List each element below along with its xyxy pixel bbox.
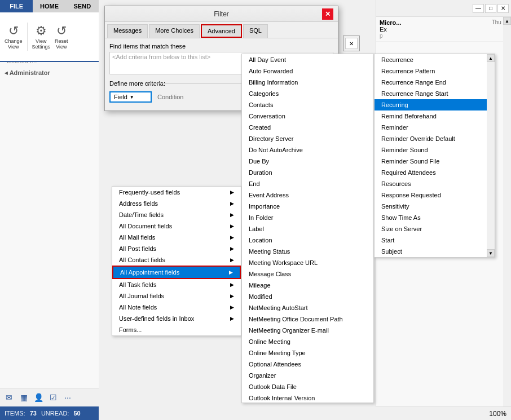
menu-item-reminder[interactable]: Reminder [375, 122, 495, 133]
menu-item-remind-beforehand[interactable]: Remind Beforehand [375, 110, 495, 122]
contacts-icon[interactable]: 👤 [32, 391, 45, 404]
calendar-icon[interactable]: ▦ [17, 391, 30, 404]
field-dropdown-button[interactable]: Field ▼ [109, 91, 152, 103]
view-settings-button[interactable]: ⚙ ViewSettings [32, 24, 51, 50]
menu-item-outlook-internal-version[interactable]: Outlook Internal Version [242, 392, 373, 403]
menu-item-reminder-sound-file[interactable]: Reminder Sound File [375, 156, 495, 167]
menu-item-due-by[interactable]: Due By [242, 156, 373, 167]
menu-item-netmeeting-doc-path[interactable]: NetMeeting Office Document Path [242, 313, 373, 325]
menu-address-fields[interactable]: Address fields ▶ [112, 198, 241, 209]
menu-item-netmeeting-organizer-email[interactable]: NetMeeting Organizer E-mail [242, 325, 373, 336]
menu3-scroll-up[interactable]: ▲ [487, 54, 495, 62]
menu-item-subject[interactable]: Subject [375, 246, 495, 257]
email-header-row: Micro... Thu 3/ [380, 19, 508, 26]
menu-item-start[interactable]: Start [375, 235, 495, 246]
menu-task-fields[interactable]: All Task fields ▶ [112, 279, 241, 290]
scroll-up-arrow[interactable]: ▲ [503, 17, 511, 25]
menu-item-message-class[interactable]: Message Class [242, 268, 373, 280]
reset-view-button[interactable]: ↺ ResetView [55, 24, 68, 50]
menu-item-auto-forwarded[interactable]: Auto Forwarded [242, 65, 373, 77]
menu-frequently-used[interactable]: Frequently-used fields ▶ [112, 187, 241, 198]
menu-appointment-fields[interactable]: All Appointment fields ▶ [112, 266, 241, 279]
menu-item-recurrence-range-end[interactable]: Recurrence Range End [375, 77, 495, 88]
small-dialog-close: ✕ [343, 36, 360, 51]
menu-document-fields[interactable]: All Document fields ▶ [112, 220, 241, 232]
submenu-arrow: ▶ [230, 201, 234, 206]
menu-item-reminder-sound[interactable]: Reminder Sound [375, 144, 495, 156]
menu-item-online-meeting[interactable]: Online Meeting [242, 336, 373, 347]
menu-item-categories[interactable]: Categories [242, 88, 373, 99]
menu-item-outlook-data-file[interactable]: Outlook Data File [242, 381, 373, 392]
submenu-arrow: ▶ [229, 269, 233, 275]
menu-item-reminder-override-default[interactable]: Reminder Override Default [375, 133, 495, 144]
menu-item-recurring[interactable]: Recurring [375, 99, 495, 110]
menu-user-defined-fields[interactable]: User-defined fields in Inbox ▶ [112, 313, 241, 324]
menu-journal-fields[interactable]: All Journal fields ▶ [112, 290, 241, 302]
menu-item-all-day-event[interactable]: All Day Event [242, 54, 373, 65]
menu-forms[interactable]: Forms... [112, 324, 241, 335]
mail-icon[interactable]: ✉ [2, 391, 16, 404]
menu-item-required-attendees[interactable]: Required Attendees [375, 167, 495, 178]
filter-close-button[interactable]: ✕ [322, 8, 333, 20]
menu3-scroll-down[interactable]: ▼ [487, 249, 495, 257]
email-sender: Micro... [380, 19, 402, 26]
menu-item-sensitivity[interactable]: Sensitivity [375, 201, 495, 212]
send-tab[interactable]: SEND [66, 0, 99, 12]
small-close-button[interactable]: ✕ [345, 38, 358, 49]
menu-item-organizer[interactable]: Organizer [242, 370, 373, 381]
tab-sql[interactable]: SQL [243, 24, 268, 38]
menu-item-contacts[interactable]: Contacts [242, 99, 373, 110]
menu-item-duration[interactable]: Duration [242, 167, 373, 178]
menu-item-meeting-status[interactable]: Meeting Status [242, 246, 373, 257]
menu-item-location[interactable]: Location [242, 235, 373, 246]
tasks-icon[interactable]: ☑ [46, 391, 60, 404]
submenu-arrow: ▶ [230, 189, 234, 195]
menu-item-label[interactable]: Label [242, 223, 373, 235]
menu-datetime-fields[interactable]: Date/Time fields ▶ [112, 209, 241, 220]
menu-item-size-on-server[interactable]: Size on Server [375, 223, 495, 235]
file-tab[interactable]: FILE [0, 0, 33, 12]
maximize-button[interactable]: □ [485, 4, 496, 13]
tab-more-choices[interactable]: More Choices [149, 24, 200, 38]
submenu-arrow: ▶ [230, 246, 234, 251]
menu-item-importance[interactable]: Importance [242, 201, 373, 212]
more-icon[interactable]: ··· [61, 391, 74, 404]
menu-contact-fields[interactable]: All Contact fields ▶ [112, 254, 241, 266]
menu-item-show-time-as[interactable]: Show Time As [375, 212, 495, 223]
menu-item-event-address[interactable]: Event Address [242, 189, 373, 201]
email-preview-item[interactable]: Micro... Thu 3/ Ex p [376, 17, 511, 42]
submenu-arrow: ▶ [230, 282, 234, 288]
menu-item-billing-info[interactable]: Billing Information [242, 77, 373, 88]
menu-item-do-not-autoarchive[interactable]: Do Not AutoArchive [242, 144, 373, 156]
menu-item-resources[interactable]: Resources [375, 178, 495, 189]
menu-mail-fields[interactable]: All Mail fields ▶ [112, 232, 241, 243]
tab-messages[interactable]: Messages [107, 24, 148, 38]
menu-note-fields[interactable]: All Note fields ▶ [112, 302, 241, 313]
menu-item-recurrence-pattern[interactable]: Recurrence Pattern [375, 65, 495, 77]
menu-item-end[interactable]: End [242, 178, 373, 189]
menu-item-mileage[interactable]: Mileage [242, 280, 373, 291]
submenu-arrow: ▶ [230, 223, 234, 229]
menu-item-recurrence[interactable]: Recurrence [375, 54, 495, 65]
submenu-arrow: ▶ [230, 293, 234, 299]
menu-item-meeting-workspace-url[interactable]: Meeting Workspace URL [242, 257, 373, 268]
menu-item-in-folder[interactable]: In Folder [242, 212, 373, 223]
submenu-arrow: ▶ [230, 212, 234, 218]
menu-item-directory-server[interactable]: Directory Server [242, 133, 373, 144]
menu-post-fields[interactable]: All Post fields ▶ [112, 243, 241, 254]
menu-item-conversation[interactable]: Conversation [242, 110, 373, 122]
reset-view-icon: ↺ [56, 24, 67, 38]
tab-advanced[interactable]: Advanced [201, 24, 242, 38]
filter-titlebar: Filter ✕ [105, 6, 338, 22]
menu-item-created[interactable]: Created [242, 122, 373, 133]
menu-item-response-requested[interactable]: Response Requested [375, 189, 495, 201]
menu-item-recurrence-range-start[interactable]: Recurrence Range Start [375, 88, 495, 99]
menu-item-netmeeting-autostart[interactable]: NetMeeting AutoStart [242, 302, 373, 313]
change-view-button[interactable]: ↺ ChangeView [5, 24, 23, 50]
menu-item-online-meeting-type[interactable]: Online Meeting Type [242, 347, 373, 359]
minimize-button[interactable]: — [473, 4, 484, 13]
close-window-button[interactable]: ✕ [497, 4, 509, 13]
home-tab[interactable]: HOME [33, 0, 65, 12]
menu-item-optional-attendees[interactable]: Optional Attendees [242, 359, 373, 370]
menu-item-modified[interactable]: Modified [242, 291, 373, 302]
